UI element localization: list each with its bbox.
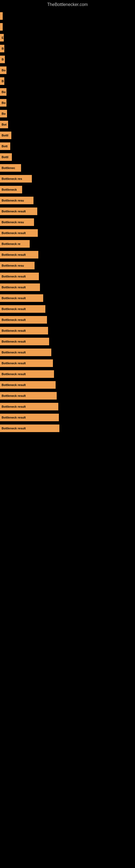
bar-label: Bo [0,110,7,118]
bar-label: Bottleneck result [0,229,38,237]
bar-row: B [0,76,135,86]
bar-row [0,11,135,21]
bar-label: E [0,34,4,41]
bar-row: B [0,43,135,54]
bar-row [0,22,135,32]
bar-label: Bottleneck [0,186,22,193]
bar-label: Bottleneck resu [0,262,35,269]
bar-row: Bottl [0,130,135,141]
bar-row: Bottleneck result [0,401,135,412]
bar-row: Bottleneck [0,184,135,195]
bar-row: Bottleneck result [0,391,135,401]
bar-label: Bot [0,121,8,128]
bar-row: Bo [0,87,135,97]
bar-label: Bottl [0,153,12,161]
bar-label: Bottleneck result [0,348,51,356]
bar-label: Bottleneck result [0,360,53,367]
bar-row: Bottleneck result [0,293,135,303]
bar-label: Bo [0,88,6,96]
bar-label: Bottleneck result [0,316,47,323]
bar-label: Bottleneck resu [0,197,34,204]
bar-label: Bottleneck result [0,370,54,378]
bar-row: Bottlenec [0,163,135,173]
bar-row: Bottl [0,152,135,162]
bar-row: Bottleneck result [0,250,135,260]
bar-row: Bottleneck result [0,206,135,216]
bar-label: Bottleneck result [0,305,45,313]
bar-label: Bott [0,143,10,150]
bar-row: Bottleneck resu [0,217,135,227]
bar-label: B [0,45,4,52]
bar-row: Bottleneck result [0,358,135,368]
bar-row: Bottleneck result [0,282,135,292]
bar-label: Bottleneck result [0,381,56,389]
bar-row: Bot [0,119,135,130]
bar-row: Bottleneck resu [0,195,135,206]
bar-row: Bo [0,98,135,108]
bar-label: Bottleneck result [0,327,48,335]
bar-label: Bottleneck result [0,392,57,400]
bar-row: Bottleneck result [0,304,135,314]
bar-label: Bottleneck result [0,294,43,302]
bar-row: Bottleneck re [0,239,135,249]
bar-label: Bottleneck res [0,175,32,183]
bar-row: Bottleneck result [0,380,135,390]
site-title: TheBottlenecker.com [0,0,135,8]
bar-label: Bottleneck result [0,283,40,291]
bar-row: Bo [0,65,135,75]
bar-label: Bottleneck result [0,251,38,258]
bar-row: Bo [0,108,135,119]
bars-container: EBBBoBBoBoBoBotBottlBottBottlBottlenecBo… [0,8,135,433]
bar-label: B [0,77,4,85]
bar-row: Bottleneck result [0,271,135,282]
bar-row: Bottleneck resu [0,260,135,271]
bar-label [0,12,3,20]
bar-label: Bottleneck result [0,208,37,215]
bar-row: B [0,54,135,65]
bar-label: Bottleneck result [0,425,59,432]
bar-label: Bottlenec [0,164,21,172]
bar-row: Bottleneck result [0,369,135,379]
bar-row: Bottleneck result [0,423,135,433]
bar-label: Bo [0,99,6,106]
bar-row: Bottleneck result [0,336,135,347]
bar-row: Bottleneck result [0,326,135,336]
bar-label: Bottl [0,131,11,139]
bar-row: Bottleneck result [0,228,135,238]
bar-label: Bottleneck re [0,240,30,248]
bar-row: Bottleneck result [0,412,135,423]
bar-row: E [0,33,135,43]
site-header: TheBottlenecker.com [0,0,135,8]
bar-label: Bottleneck result [0,273,39,280]
bar-label: Bottleneck result [0,338,49,345]
bar-label: Bottleneck resu [0,218,34,226]
bar-label: Bottleneck result [0,403,58,410]
bar-label: Bottleneck result [0,414,59,421]
bar-row: Bottleneck result [0,315,135,325]
bar-label: Bo [0,66,6,74]
bar-row: Bottleneck result [0,347,135,358]
bar-label [0,23,3,31]
bar-row: Bott [0,141,135,151]
bar-label: B [0,56,5,63]
bar-row: Bottleneck res [0,174,135,184]
